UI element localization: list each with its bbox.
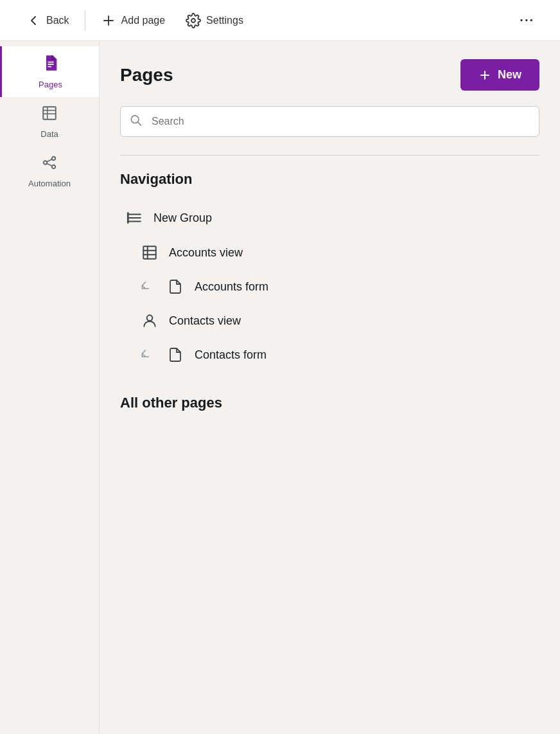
new-button[interactable]: New	[460, 59, 539, 91]
svg-point-11	[52, 157, 55, 160]
pages-icon	[42, 54, 60, 76]
navigation-group: New Group Accounts view	[120, 201, 539, 371]
data-icon	[41, 105, 58, 125]
page-title: Pages	[120, 65, 173, 85]
sidebar-item-pages[interactable]: Pages	[0, 46, 99, 97]
nav-item-contacts-view-label: Contacts view	[169, 314, 241, 328]
search-input[interactable]	[120, 106, 539, 137]
contacts-form-icon	[166, 347, 184, 363]
nav-item-accounts-form[interactable]: Accounts form	[120, 270, 539, 303]
nav-item-accounts-form-label: Accounts form	[195, 280, 268, 294]
new-button-label: New	[498, 68, 521, 82]
sub-arrow-accounts-form	[141, 279, 153, 294]
more-label: ···	[520, 13, 534, 28]
sidebar-item-data-label: Data	[40, 129, 58, 139]
add-page-button[interactable]: Add page	[91, 8, 176, 33]
back-icon	[26, 13, 41, 28]
back-button[interactable]: Back	[15, 8, 80, 33]
svg-rect-6	[43, 107, 56, 120]
sidebar-item-data[interactable]: Data	[0, 97, 99, 147]
svg-point-10	[44, 161, 47, 164]
search-container	[120, 106, 539, 137]
automation-icon	[41, 154, 58, 175]
sidebar-item-automation-label: Automation	[28, 179, 71, 188]
section-divider	[120, 155, 539, 156]
content-area: Pages New Navigation	[100, 41, 560, 734]
svg-point-29	[147, 315, 153, 321]
svg-rect-4	[48, 64, 53, 65]
svg-line-13	[47, 159, 52, 162]
svg-point-2	[191, 19, 195, 22]
content-header: Pages New	[120, 59, 539, 91]
svg-rect-3	[48, 62, 53, 63]
settings-label: Settings	[206, 15, 243, 26]
svg-rect-5	[48, 66, 51, 67]
sidebar-item-pages-label: Pages	[39, 80, 62, 89]
accounts-view-icon	[141, 244, 159, 261]
svg-line-14	[47, 163, 52, 166]
svg-rect-23	[143, 246, 156, 259]
settings-button[interactable]: Settings	[175, 8, 254, 33]
svg-line-18	[138, 122, 141, 125]
settings-icon	[186, 13, 201, 28]
group-icon	[125, 210, 143, 226]
accounts-form-icon	[166, 279, 184, 294]
plus-icon	[101, 13, 116, 28]
navigation-heading: Navigation	[120, 171, 539, 188]
new-plus-icon	[478, 69, 491, 82]
all-other-pages-heading: All other pages	[120, 395, 539, 411]
search-icon	[129, 114, 142, 130]
nav-item-accounts-view-label: Accounts view	[169, 246, 243, 260]
nav-item-new-group-label: New Group	[153, 211, 212, 225]
sidebar-item-automation[interactable]: Automation	[0, 147, 99, 196]
sub-arrow-contacts-form	[141, 347, 153, 363]
svg-point-12	[52, 165, 55, 168]
nav-item-accounts-view[interactable]: Accounts view	[120, 235, 539, 270]
nav-item-contacts-view[interactable]: Contacts view	[120, 303, 539, 338]
more-button[interactable]: ···	[509, 8, 545, 33]
sidebar: Pages Data	[0, 41, 100, 734]
contacts-view-icon	[141, 312, 159, 329]
nav-item-contacts-form-label: Contacts form	[195, 348, 267, 362]
top-toolbar: Back Add page Settings ···	[0, 0, 560, 41]
back-label: Back	[46, 15, 69, 26]
main-layout: Pages Data	[0, 41, 560, 734]
nav-item-new-group[interactable]: New Group	[120, 201, 539, 235]
toolbar-divider	[85, 10, 85, 31]
add-page-label: Add page	[121, 15, 166, 26]
nav-item-contacts-form[interactable]: Contacts form	[120, 338, 539, 371]
